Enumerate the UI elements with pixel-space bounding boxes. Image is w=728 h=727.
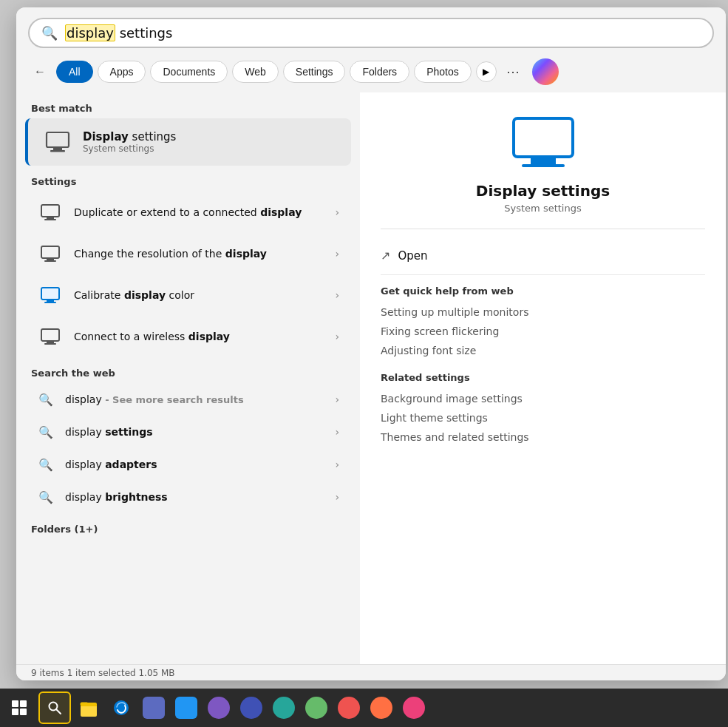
tab-web[interactable]: Web bbox=[232, 61, 279, 83]
web-item-display-text: display - See more search results bbox=[65, 393, 324, 405]
related-link-2[interactable]: Light theme settings bbox=[381, 408, 705, 427]
svg-rect-14 bbox=[44, 343, 56, 345]
quick-help-link-2[interactable]: Fixing screen flickering bbox=[381, 322, 705, 341]
svg-line-23 bbox=[56, 709, 61, 714]
taskbar-app-6[interactable] bbox=[302, 693, 331, 723]
monitor-icon-duplicate bbox=[37, 199, 64, 226]
tab-apps[interactable]: Apps bbox=[98, 61, 146, 83]
right-panel: Display settings System settings ↗ Open … bbox=[360, 92, 726, 664]
web-item-display-brightness[interactable]: 🔍 display brightness › bbox=[22, 481, 354, 513]
svg-rect-8 bbox=[44, 260, 56, 262]
settings-section-label: Settings bbox=[16, 166, 360, 192]
folders-section-label: Folders (1+) bbox=[16, 513, 360, 539]
web-search-icon-3: 🔍 bbox=[37, 456, 55, 473]
taskbar-app-4[interactable] bbox=[237, 693, 266, 723]
taskbar-app-5[interactable] bbox=[269, 693, 299, 723]
svg-rect-17 bbox=[522, 164, 565, 167]
web-item-display[interactable]: 🔍 display - See more search results › bbox=[22, 383, 354, 416]
svg-rect-2 bbox=[50, 150, 65, 152]
related-link-3[interactable]: Themes and related settings bbox=[381, 427, 705, 447]
related-settings-title: Related settings bbox=[381, 372, 705, 383]
web-item-display-adapters[interactable]: 🔍 display adapters › bbox=[22, 448, 354, 481]
taskbar-app-1[interactable] bbox=[139, 693, 169, 723]
taskbar-app-3[interactable] bbox=[204, 693, 234, 723]
settings-item-wireless[interactable]: Connect to a wireless display › bbox=[22, 316, 354, 357]
web-item-display-brightness-text: display brightness bbox=[65, 491, 324, 503]
taskbar-app-7[interactable] bbox=[334, 693, 364, 723]
best-match-text: Display settings System settings bbox=[83, 130, 176, 154]
web-arrow-2: › bbox=[335, 426, 339, 438]
web-item-display-adapters-text: display adapters bbox=[65, 459, 324, 470]
start-button[interactable] bbox=[3, 692, 35, 724]
svg-rect-11 bbox=[44, 302, 56, 303]
back-button[interactable]: ← bbox=[28, 60, 52, 84]
more-tabs-button[interactable]: ▶ bbox=[476, 61, 497, 82]
tab-settings[interactable]: Settings bbox=[283, 61, 346, 83]
best-match-item[interactable]: Display settings System settings bbox=[25, 118, 351, 166]
best-match-title-bold: Display bbox=[83, 130, 129, 143]
web-search-icon-2: 🔍 bbox=[37, 423, 55, 441]
related-link-1[interactable]: Background image settings bbox=[381, 389, 705, 408]
tab-documents[interactable]: Documents bbox=[150, 61, 228, 83]
web-arrow-4: › bbox=[335, 491, 339, 503]
file-explorer-button[interactable] bbox=[74, 693, 103, 723]
quick-help-link-3[interactable]: Adjusting font size bbox=[381, 341, 705, 360]
settings-item-resolution-text: Change the resolution of the display bbox=[74, 248, 324, 260]
monitor-icon-resolution bbox=[37, 240, 64, 267]
best-match-icon bbox=[43, 127, 72, 157]
settings-item-calibrate[interactable]: Calibrate display color › bbox=[22, 274, 354, 316]
quick-help-link-1[interactable]: Setting up multiple monitors bbox=[381, 302, 705, 322]
settings-item-duplicate-text: Duplicate or extend to a connected displ… bbox=[74, 206, 324, 218]
display-settings-icon bbox=[510, 115, 576, 173]
best-match-title: Display settings bbox=[83, 130, 176, 143]
monitor-icon-wireless bbox=[37, 323, 64, 350]
filter-tabs: ← All Apps Documents Web Settings Folder… bbox=[16, 55, 726, 92]
quick-help-title: Get quick help from web bbox=[381, 285, 705, 297]
web-arrow-3: › bbox=[335, 459, 339, 470]
svg-rect-1 bbox=[53, 147, 62, 150]
arrow-icon: › bbox=[335, 206, 339, 218]
tab-folders[interactable]: Folders bbox=[350, 61, 409, 83]
search-input-display[interactable]: display settings bbox=[65, 25, 701, 41]
taskbar-app-2[interactable] bbox=[171, 693, 201, 723]
rp-subtitle: System settings bbox=[504, 203, 581, 214]
svg-rect-21 bbox=[20, 709, 27, 715]
arrow-icon-3: › bbox=[335, 289, 339, 301]
left-panel: Best match Display settings System setti… bbox=[16, 92, 360, 664]
search-web-label: Search the web bbox=[16, 357, 360, 383]
svg-rect-16 bbox=[531, 157, 556, 164]
arrow-icon-4: › bbox=[335, 331, 339, 342]
svg-rect-15 bbox=[514, 118, 573, 157]
svg-rect-3 bbox=[41, 205, 59, 217]
svg-rect-9 bbox=[41, 288, 59, 300]
search-icon: 🔍 bbox=[41, 25, 58, 41]
svg-rect-26 bbox=[81, 703, 88, 706]
open-icon: ↗ bbox=[381, 248, 390, 263]
svg-rect-12 bbox=[41, 329, 59, 341]
search-query-suffix: settings bbox=[115, 25, 173, 41]
rp-open-label: Open bbox=[398, 249, 427, 263]
taskbar-app-9[interactable] bbox=[399, 693, 429, 723]
svg-rect-0 bbox=[47, 132, 69, 147]
settings-item-duplicate[interactable]: Duplicate or extend to a connected displ… bbox=[22, 192, 354, 233]
web-search-icon-1: 🔍 bbox=[37, 390, 55, 408]
taskbar-search-button[interactable] bbox=[38, 692, 71, 724]
search-bar: 🔍 display settings bbox=[28, 18, 714, 48]
rp-header: Display settings System settings bbox=[381, 115, 705, 229]
rp-open-row[interactable]: ↗ Open bbox=[381, 243, 705, 275]
copilot-button[interactable] bbox=[532, 58, 559, 85]
overflow-menu-button[interactable]: ⋯ bbox=[501, 60, 525, 84]
taskbar-app-8[interactable] bbox=[367, 693, 396, 723]
web-item-display-settings-text: display settings bbox=[65, 426, 324, 438]
web-item-display-settings[interactable]: 🔍 display settings › bbox=[22, 416, 354, 448]
edge-browser-button[interactable] bbox=[106, 693, 136, 723]
web-arrow-1: › bbox=[335, 393, 339, 405]
search-bar-row: 🔍 display settings bbox=[16, 7, 726, 55]
tab-all[interactable]: All bbox=[56, 61, 93, 83]
tab-photos[interactable]: Photos bbox=[414, 61, 472, 83]
web-search-icon-4: 🔍 bbox=[37, 488, 55, 506]
window-status-bar: 9 items 1 item selected 1.05 MB bbox=[16, 664, 726, 680]
settings-item-resolution[interactable]: Change the resolution of the display › bbox=[22, 233, 354, 274]
rp-title-bold: Display bbox=[476, 182, 537, 200]
svg-rect-5 bbox=[44, 219, 56, 220]
